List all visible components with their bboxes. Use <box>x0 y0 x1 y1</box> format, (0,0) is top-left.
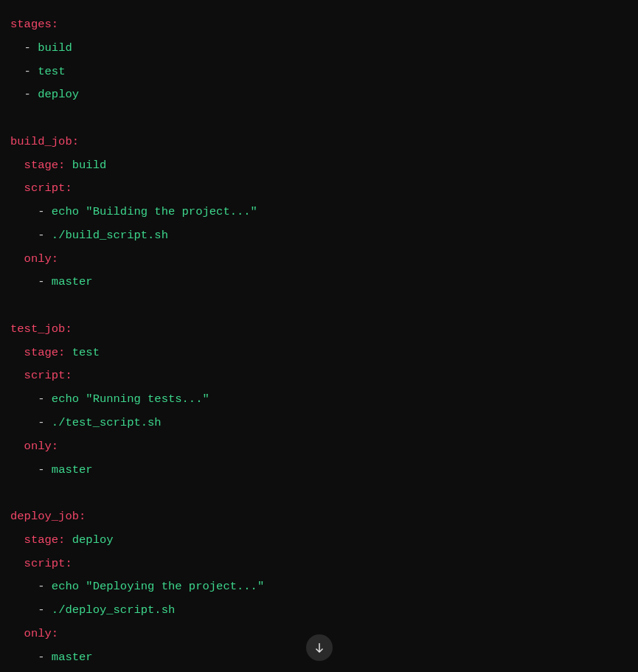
yaml-string: ./deploy_script.sh <box>52 603 175 617</box>
yaml-dash: - <box>38 205 44 218</box>
yaml-value: test <box>72 346 100 359</box>
yaml-value: test <box>38 65 65 78</box>
yaml-string: echo "Deploying the project..." <box>52 580 264 593</box>
yaml-key: stage: <box>24 159 66 172</box>
yaml-value: deploy <box>38 88 79 101</box>
yaml-dash: - <box>38 392 44 406</box>
yaml-dash: - <box>24 88 31 101</box>
yaml-string: echo "Running tests..." <box>52 392 209 406</box>
yaml-dash: - <box>38 651 44 664</box>
yaml-string: ./build_script.sh <box>52 229 168 242</box>
yaml-key: only: <box>24 440 59 453</box>
arrow-down-icon <box>313 641 326 654</box>
yaml-dash: - <box>38 603 44 617</box>
yaml-dash: - <box>38 463 44 477</box>
yaml-value: build <box>38 41 72 55</box>
yaml-dash: - <box>38 416 44 429</box>
yaml-key: test_job: <box>10 322 72 336</box>
yaml-key: stage: <box>24 533 66 547</box>
yaml-string: echo "Building the project..." <box>52 205 257 218</box>
yaml-key: only: <box>24 627 59 640</box>
yaml-value: master <box>52 463 93 477</box>
yaml-dash: - <box>38 580 44 593</box>
yaml-string: ./test_script.sh <box>52 416 162 429</box>
yaml-key: deploy_job: <box>10 510 86 523</box>
yaml-key: script: <box>24 557 72 570</box>
code-block: stages: - build - test - deploy build_jo… <box>10 13 628 669</box>
yaml-value: deploy <box>72 533 114 547</box>
yaml-value: master <box>52 275 93 288</box>
yaml-dash: - <box>38 229 44 242</box>
yaml-key: stages: <box>10 18 58 31</box>
yaml-key: stage: <box>24 346 66 359</box>
yaml-value: master <box>52 651 93 664</box>
yaml-key: only: <box>24 252 59 266</box>
scroll-down-button[interactable] <box>306 634 333 661</box>
yaml-key: build_job: <box>10 135 79 148</box>
yaml-value: build <box>72 159 107 172</box>
yaml-dash: - <box>24 41 31 55</box>
yaml-key: script: <box>24 181 72 195</box>
yaml-dash: - <box>24 65 31 78</box>
yaml-key: script: <box>24 369 72 382</box>
yaml-dash: - <box>38 275 44 288</box>
